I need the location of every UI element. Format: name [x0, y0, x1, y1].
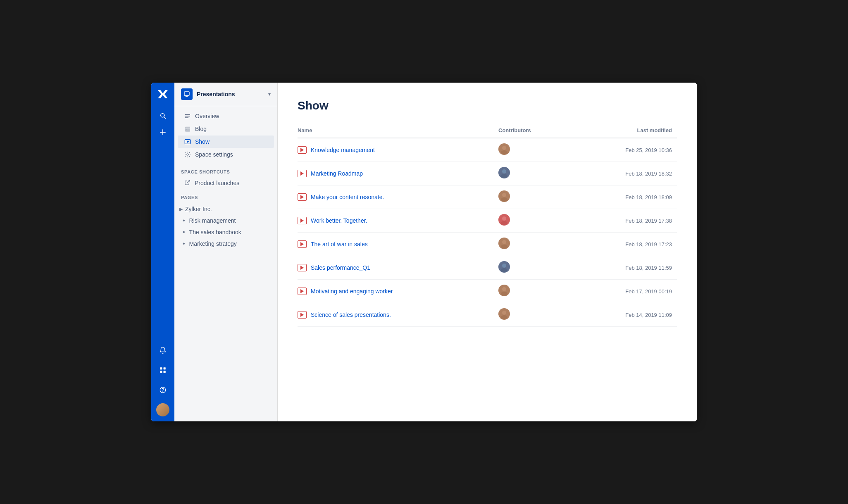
file-link[interactable]: Motivating and engaging worker [311, 288, 393, 295]
avatar[interactable] [498, 214, 510, 226]
play-triangle [300, 242, 304, 246]
sidebar-header[interactable]: Presentations ▾ [174, 83, 277, 106]
name-cell: Marketing Roadmap [298, 170, 493, 177]
avatar[interactable] [498, 167, 510, 178]
date-cell: Feb 18, 2019 17:38 [574, 209, 677, 233]
svg-point-4 [160, 387, 166, 393]
file-link[interactable]: Work better. Together. [311, 217, 367, 224]
notifications-icon[interactable] [156, 344, 169, 357]
col-modified: Last modified [574, 124, 677, 138]
date-cell: Feb 25, 2019 10:36 [574, 138, 677, 162]
app-logo[interactable] [156, 88, 169, 101]
file-icon [298, 146, 307, 154]
show-icon [184, 138, 191, 145]
add-icon[interactable] [156, 126, 169, 139]
page-item-risk[interactable]: • Risk management [174, 215, 277, 226]
name-cell: Knowledge management [298, 146, 493, 154]
space-icon [181, 88, 193, 100]
user-avatar[interactable] [156, 403, 169, 416]
svg-point-26 [502, 240, 506, 244]
avatar[interactable] [498, 261, 510, 273]
table-row: Motivating and engaging worker Feb 17, 2… [298, 280, 677, 303]
file-icon [298, 217, 307, 224]
svg-point-15 [501, 150, 507, 155]
svg-point-17 [502, 169, 506, 174]
file-icon [298, 288, 307, 295]
contributors-cell [498, 303, 574, 327]
sidebar-item-blog[interactable]: " Blog [178, 123, 274, 135]
table-row: The art of war in sales Feb 18, 2019 17:… [298, 233, 677, 256]
file-icon [298, 264, 307, 271]
svg-point-23 [502, 216, 506, 221]
table-row: Knowledge management Feb 25, 2019 10:36 [298, 138, 677, 162]
date-cell: Feb 18, 2019 11:59 [574, 256, 677, 280]
file-link[interactable]: Sales performance_Q1 [311, 264, 370, 271]
file-link[interactable]: Make your content resonate. [311, 194, 384, 200]
contributors-cell [498, 209, 574, 233]
svg-point-24 [501, 221, 507, 225]
play-triangle [300, 219, 304, 223]
shortcuts-section-label: SPACE SHORTCUTS [174, 164, 277, 176]
avatar[interactable] [498, 308, 510, 320]
settings-icon [184, 151, 191, 158]
table-row: Science of sales presentations. Feb 14, … [298, 303, 677, 327]
date-cell: Feb 18, 2019 17:23 [574, 233, 677, 256]
file-icon [298, 170, 307, 177]
svg-rect-2 [160, 371, 162, 373]
play-triangle [300, 313, 304, 317]
play-triangle [300, 266, 304, 270]
avatar[interactable] [498, 285, 510, 296]
svg-rect-0 [160, 367, 162, 369]
avatar[interactable] [498, 143, 510, 155]
help-icon[interactable] [156, 383, 169, 397]
file-link[interactable]: The art of war in sales [311, 241, 368, 247]
play-triangle [300, 171, 304, 176]
expand-arrow-icon: ▶ [179, 207, 183, 212]
table-row: Sales performance_Q1 Feb 18, 2019 11:59 [298, 256, 677, 280]
space-name: Presentations [197, 91, 268, 97]
contributors-cell [498, 233, 574, 256]
content-table: Name Contributors Last modified Knowledg… [298, 124, 677, 327]
file-icon [298, 240, 307, 248]
file-link[interactable]: Knowledge management [311, 147, 375, 153]
name-cell: The art of war in sales [298, 240, 493, 248]
page-item-zylker[interactable]: ▶ Zylker Inc. [174, 203, 277, 215]
contributors-cell [498, 280, 574, 303]
svg-point-36 [501, 315, 507, 319]
table-row: Marketing Roadmap Feb 18, 2019 18:32 [298, 162, 677, 185]
overview-icon [184, 113, 191, 119]
page-item-marketing[interactable]: • Marketing strategy [174, 238, 277, 250]
blog-label: Blog [195, 126, 207, 132]
svg-point-12 [187, 154, 188, 155]
shortcut-label: Product launches [195, 180, 239, 186]
file-link[interactable]: Science of sales presentations. [311, 311, 391, 318]
svg-text:": " [186, 128, 187, 131]
contributors-cell [498, 162, 574, 185]
search-icon[interactable] [156, 109, 169, 122]
col-name: Name [298, 124, 498, 138]
pages-section-label: PAGES [174, 190, 277, 202]
contributors-cell [498, 256, 574, 280]
show-label: Show [195, 138, 210, 145]
apps-icon[interactable] [156, 364, 169, 377]
svg-point-20 [502, 193, 506, 197]
settings-label: Space settings [195, 151, 233, 158]
name-cell: Work better. Together. [298, 217, 493, 224]
name-cell: Science of sales presentations. [298, 311, 493, 319]
table-row: Make your content resonate. Feb 18, 2019… [298, 185, 677, 209]
table-row: Work better. Together. Feb 18, 2019 17:3… [298, 209, 677, 233]
avatar[interactable] [498, 238, 510, 249]
svg-marker-11 [187, 141, 189, 143]
svg-point-27 [501, 245, 507, 249]
sidebar-item-overview[interactable]: Overview [178, 110, 274, 122]
page-item-sales-handbook[interactable]: • The sales handbook [174, 226, 277, 238]
shortcut-product-launches[interactable]: Product launches [178, 176, 274, 190]
blog-icon: " [184, 126, 191, 132]
play-triangle [300, 195, 304, 199]
sidebar-item-show[interactable]: Show [178, 136, 274, 148]
svg-point-29 [502, 264, 506, 268]
svg-point-30 [501, 268, 507, 272]
avatar[interactable] [498, 190, 510, 202]
sidebar-item-settings[interactable]: Space settings [178, 148, 274, 161]
file-link[interactable]: Marketing Roadmap [311, 170, 363, 177]
